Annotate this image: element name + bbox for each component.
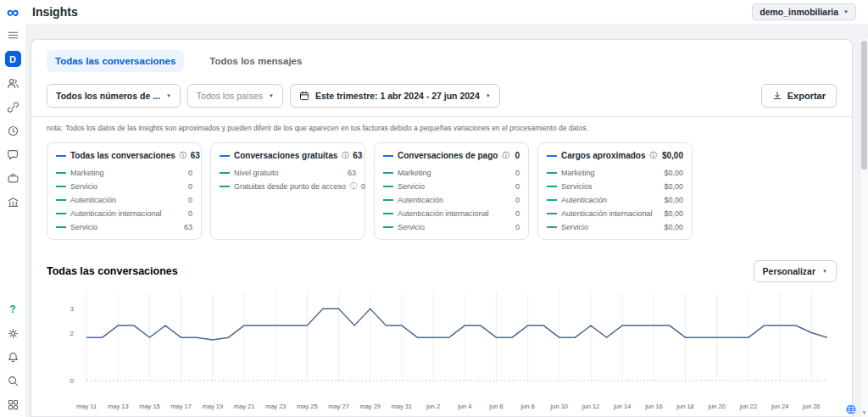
stat-row-value: $0,00 bbox=[664, 196, 683, 204]
x-tick-label: may 11 bbox=[76, 403, 97, 410]
bank-icon[interactable] bbox=[5, 194, 20, 209]
top-bar: ∞ Insights demo_inmobiliaria ▼ bbox=[0, 0, 868, 24]
workspace-avatar[interactable]: D bbox=[5, 51, 21, 67]
contacts-icon[interactable] bbox=[5, 75, 20, 91]
stat-card-header: Todas las conversacionesⓘ63 bbox=[56, 151, 192, 164]
numbers-filter-dropdown[interactable]: Todos los números de ... ▼ bbox=[47, 84, 181, 108]
series-dash-icon bbox=[220, 172, 230, 174]
chevron-down-icon: ▼ bbox=[843, 9, 849, 14]
stat-row-label: Marketing bbox=[70, 169, 104, 177]
stat-cards-row: Todas las conversacionesⓘ63Marketing0Ser… bbox=[31, 136, 852, 250]
link-icon[interactable] bbox=[5, 99, 20, 114]
help-icon[interactable]: ? bbox=[5, 302, 20, 317]
info-icon[interactable]: ⓘ bbox=[350, 183, 357, 190]
info-icon[interactable]: ⓘ bbox=[342, 153, 348, 159]
stat-row: Autenticación internacional$0,00 bbox=[547, 209, 683, 218]
apps-grid-icon[interactable] bbox=[5, 397, 20, 412]
scrollbar[interactable]: ▾ bbox=[860, 39, 868, 417]
stat-card-value: 63 bbox=[353, 151, 362, 160]
stat-row: Marketing$0,00 bbox=[547, 169, 683, 177]
note-prefix: nota: bbox=[47, 124, 63, 132]
series-line-icon bbox=[383, 155, 393, 157]
stat-row-value: 63 bbox=[348, 169, 356, 177]
tab-todos-los-mensajes[interactable]: Todos los mensajes bbox=[201, 50, 310, 72]
stat-row-label: Servicio bbox=[398, 182, 425, 191]
personalize-label: Personalizar bbox=[763, 266, 815, 276]
account-selector[interactable]: demo_inmobiliaria ▼ bbox=[752, 3, 856, 20]
stat-row-value: $0,00 bbox=[664, 182, 683, 191]
x-tick-label: jun 24 bbox=[771, 403, 788, 410]
stat-row: Autenticación internacional0 bbox=[56, 209, 192, 218]
series-dash-icon bbox=[56, 172, 66, 174]
x-tick-label: jun 4 bbox=[458, 403, 471, 410]
x-tick-label: jun 18 bbox=[676, 403, 693, 410]
chat-icon[interactable] bbox=[5, 147, 20, 162]
briefcase-icon[interactable] bbox=[5, 170, 20, 186]
series-dash-icon bbox=[56, 199, 66, 201]
scrollbar-thumb[interactable] bbox=[861, 41, 867, 170]
series-dash-icon bbox=[383, 172, 393, 174]
globe-icon[interactable] bbox=[845, 403, 857, 415]
export-button[interactable]: Exportar bbox=[761, 84, 837, 108]
countries-filter-dropdown[interactable]: Todos los países ▼ bbox=[187, 84, 283, 108]
tab-todas-las-conversaciones[interactable]: Todas las conversaciones bbox=[47, 50, 184, 72]
stat-card-header: Conversaciones gratuitasⓘ63 bbox=[220, 151, 356, 164]
numbers-filter-label: Todos los números de ... bbox=[56, 91, 160, 101]
x-tick-label: may 25 bbox=[297, 403, 318, 410]
page-title: Insights bbox=[32, 5, 78, 19]
series-dash-icon bbox=[547, 199, 557, 201]
series-line-icon bbox=[547, 155, 557, 157]
chart-section-title: Todas las conversaciones bbox=[47, 265, 178, 277]
x-tick-label: may 15 bbox=[139, 403, 160, 410]
info-icon[interactable]: ⓘ bbox=[649, 153, 656, 159]
left-sidebar: D ? bbox=[0, 24, 25, 417]
stat-card: Cargos aproximadosⓘ$0,00Marketing$0,00Se… bbox=[537, 142, 693, 240]
stat-row: Nivel gratuito63 bbox=[220, 169, 356, 177]
series-dash-icon bbox=[383, 226, 393, 228]
series-dash-icon bbox=[547, 213, 557, 214]
stat-row-label: Gratuitas desde punto de acceso bbox=[234, 182, 346, 191]
personalize-button[interactable]: Personalizar ▼ bbox=[754, 260, 837, 282]
settings-gear-icon[interactable] bbox=[5, 325, 20, 341]
notifications-bell-icon[interactable] bbox=[5, 349, 20, 364]
stat-row-label: Marketing bbox=[398, 169, 431, 177]
x-tick-label: jun 26 bbox=[803, 403, 820, 410]
tabs-bar: Todas las conversaciones Todos los mensa… bbox=[31, 40, 852, 79]
chevron-down-icon: ▼ bbox=[166, 93, 171, 98]
activity-clock-icon[interactable] bbox=[5, 123, 20, 138]
stat-row: Autenticación0 bbox=[383, 196, 520, 204]
stat-row-value: 0 bbox=[361, 182, 365, 191]
scrollbar-down-arrow[interactable]: ▾ bbox=[860, 409, 868, 416]
x-tick-label: jun 10 bbox=[551, 403, 568, 410]
stat-row-value: 0 bbox=[188, 196, 192, 204]
stat-row: Autenticación0 bbox=[56, 196, 192, 204]
stat-row: Servicio$0,00 bbox=[547, 223, 683, 231]
chevron-down-icon: ▼ bbox=[486, 93, 491, 98]
stat-row-label: Servicios bbox=[561, 182, 593, 191]
series-dash-icon bbox=[56, 186, 66, 187]
stat-row-label: Autenticación bbox=[70, 196, 116, 204]
stat-card: Conversaciones de pagoⓘ0Marketing0Servic… bbox=[374, 142, 529, 240]
x-tick-label: jun 8 bbox=[521, 403, 535, 410]
search-icon[interactable] bbox=[5, 373, 20, 388]
meta-logo-icon[interactable]: ∞ bbox=[0, 3, 25, 20]
stat-row-value: 0 bbox=[515, 169, 520, 177]
stat-row-label: Servicio bbox=[398, 223, 425, 231]
series-dash-icon bbox=[56, 226, 66, 228]
menu-icon[interactable] bbox=[5, 27, 20, 42]
x-tick-label: may 23 bbox=[265, 403, 287, 410]
stat-row-value: 0 bbox=[515, 209, 520, 218]
info-icon[interactable]: ⓘ bbox=[180, 153, 186, 159]
stat-row: Servicios$0,00 bbox=[547, 182, 683, 191]
x-tick-label: jun 2 bbox=[426, 403, 440, 410]
stat-row-label: Autenticación internacional bbox=[398, 209, 489, 218]
x-tick-label: jun 14 bbox=[614, 403, 631, 410]
countries-filter-label: Todos los países bbox=[197, 91, 263, 101]
series-dash-icon bbox=[56, 213, 66, 214]
stat-row: Servicio0 bbox=[383, 182, 520, 191]
series-dash-icon bbox=[383, 186, 393, 187]
date-range-picker[interactable]: Este trimestre: 1 abr 2024 - 27 jun 2024… bbox=[290, 84, 500, 108]
stat-row-label: Servicio bbox=[70, 182, 97, 191]
info-icon[interactable]: ⓘ bbox=[502, 153, 509, 159]
stat-row: Autenticación$0,00 bbox=[547, 196, 683, 204]
